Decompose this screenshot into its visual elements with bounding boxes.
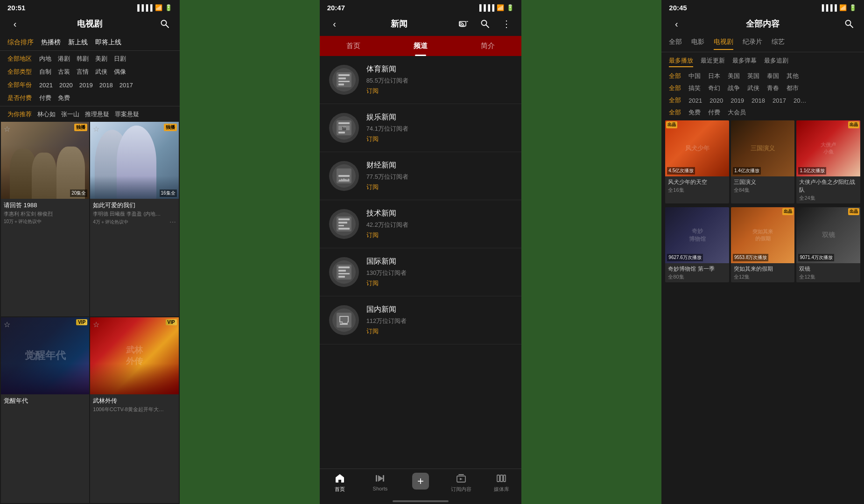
search-button-2[interactable] bbox=[478, 16, 492, 31]
p3-f-g5[interactable]: 都市 bbox=[787, 84, 799, 92]
p3-ftab-2[interactable]: 最多弹幕 bbox=[732, 55, 757, 67]
p3-main-tab-2[interactable]: 电视剧 bbox=[714, 38, 733, 50]
search-button-3[interactable] bbox=[842, 16, 857, 31]
news-sub-btn-5[interactable]: 订阅 bbox=[366, 327, 513, 336]
nav-home[interactable]: 首页 bbox=[320, 473, 360, 493]
f-region-2[interactable]: 韩剧 bbox=[77, 55, 89, 63]
p3-f-all-1[interactable]: 全部 bbox=[669, 84, 681, 92]
news-item-0[interactable]: 体育新闻 85.5万位订阅者 订阅 bbox=[320, 56, 522, 104]
news-sub-btn-2[interactable]: 订阅 bbox=[366, 183, 513, 191]
p3-f-r5[interactable]: 其他 bbox=[787, 72, 799, 80]
p3-f-r1[interactable]: 日本 bbox=[708, 72, 720, 80]
p3-card-daxia[interactable]: 出品 1.1亿次播放 大侠卢小鱼 大侠卢小鱼之夕阳红战队 全24集 bbox=[796, 120, 860, 203]
p3-f-p0[interactable]: 免费 bbox=[688, 108, 701, 117]
p3-f-r2[interactable]: 美国 bbox=[728, 72, 740, 80]
f-year-1[interactable]: 2020 bbox=[59, 82, 73, 89]
news-item-4[interactable]: 国际新闻 130万位订阅者 订阅 bbox=[320, 248, 522, 296]
back-button-2[interactable]: ‹ bbox=[327, 16, 342, 31]
p3-f-y2[interactable]: 2019 bbox=[731, 97, 744, 104]
card-juexing[interactable]: ☆ VIP 觉醒年代 觉醒年代 bbox=[1, 317, 89, 504]
f-type-3[interactable]: 武侠 bbox=[95, 68, 107, 76]
p3-f-g0[interactable]: 搞笑 bbox=[688, 84, 701, 92]
f-region-1[interactable]: 港剧 bbox=[58, 55, 70, 63]
tab-home[interactable]: 首页 bbox=[320, 36, 387, 56]
f-region-4[interactable]: 日剧 bbox=[114, 55, 126, 63]
rec-tag-2[interactable]: 推理悬疑 bbox=[85, 110, 109, 119]
p3-f-g2[interactable]: 战争 bbox=[728, 84, 740, 92]
p3-f-r3[interactable]: 英国 bbox=[747, 72, 759, 80]
tab-channel[interactable]: 频道 bbox=[387, 36, 454, 56]
rec-tag-0[interactable]: 林心如 bbox=[37, 110, 56, 119]
sort-tab-2[interactable]: 新上线 bbox=[68, 38, 88, 47]
news-item-3[interactable]: 技术新闻 42.2万位订阅者 订阅 bbox=[320, 200, 522, 248]
p3-f-g3[interactable]: 武侠 bbox=[747, 84, 759, 92]
cast-icon[interactable] bbox=[456, 16, 471, 31]
p3-main-tab-1[interactable]: 电影 bbox=[691, 38, 704, 50]
f-region-3[interactable]: 美剧 bbox=[95, 55, 107, 63]
p3-card-sanguo[interactable]: 1.4亿次播放 三国演义 三国演义 全84集 bbox=[731, 120, 795, 203]
news-item-1[interactable]: 🎬 娱乐新闻 74.1万位订阅者 订阅 bbox=[320, 104, 522, 152]
p3-ftab-3[interactable]: 最多追剧 bbox=[764, 55, 788, 67]
rec-tag-3[interactable]: 罪案悬疑 bbox=[115, 110, 139, 119]
p3-main-tab-3[interactable]: 纪录片 bbox=[743, 38, 762, 50]
nav-library[interactable]: 媒体库 bbox=[481, 473, 522, 493]
card-1988[interactable]: ☆ 独播 20集全 请回答 1988 李惠利 朴宝剑 柳俊烈 10万＋评论热议中 bbox=[1, 122, 89, 316]
f-year-4[interactable]: 2017 bbox=[119, 82, 133, 89]
p3-main-tab-0[interactable]: 全部 bbox=[669, 38, 682, 50]
search-button-1[interactable] bbox=[157, 16, 172, 31]
sort-tab-3[interactable]: 即将上线 bbox=[95, 38, 121, 47]
p3-f-y3[interactable]: 2018 bbox=[752, 97, 765, 104]
back-button-1[interactable]: ‹ bbox=[7, 16, 22, 31]
card-cute[interactable]: ☆ 独播 16集全 如此可爱的我们 李明德 田曦薇 李盈盈 (内地… 4万＋评论… bbox=[90, 122, 178, 316]
p3-ftab-0[interactable]: 最多播放 bbox=[669, 55, 693, 67]
p3-f-all-0[interactable]: 全部 bbox=[669, 72, 681, 80]
p3-ftab-1[interactable]: 最近更新 bbox=[701, 55, 725, 67]
p3-f-g1[interactable]: 奇幻 bbox=[708, 84, 720, 92]
f-paid-1[interactable]: 免费 bbox=[58, 94, 70, 102]
tab-about[interactable]: 简介 bbox=[454, 36, 521, 56]
p3-f-y5[interactable]: 20… bbox=[794, 97, 806, 104]
p3-card-turan[interactable]: 出品 9553.8万次播放 突如其来的假期 突如其来的假期 全12集 bbox=[731, 207, 795, 282]
p3-f-y4[interactable]: 2017 bbox=[773, 97, 786, 104]
more-button-2[interactable]: ⋮ bbox=[499, 16, 514, 31]
nav-shorts[interactable]: Shorts bbox=[360, 473, 400, 493]
f-year-2[interactable]: 2019 bbox=[79, 82, 93, 89]
f-region-0[interactable]: 内地 bbox=[39, 55, 51, 63]
p3-card-bowu[interactable]: 9627.6万次播放 奇妙博物馆 奇妙博物馆 第一季 全80集 bbox=[665, 207, 729, 282]
p3-f-g4[interactable]: 青春 bbox=[767, 84, 779, 92]
news-sub-btn-3[interactable]: 订阅 bbox=[366, 231, 513, 239]
p3-f-all-3[interactable]: 全部 bbox=[669, 108, 681, 117]
f-year-3[interactable]: 2018 bbox=[99, 82, 113, 89]
p3-f-r0[interactable]: 中国 bbox=[688, 72, 701, 80]
f-type-0[interactable]: 自制 bbox=[39, 68, 51, 76]
card-wulin[interactable]: ☆ VIP 武林外传 武林外传 1006年CCTV-8黄金起开年大… bbox=[90, 317, 178, 504]
card-1988-star[interactable]: ☆ bbox=[4, 125, 10, 133]
sort-tab-0[interactable]: 综合排序 bbox=[7, 38, 34, 47]
rec-tag-1[interactable]: 张一山 bbox=[61, 110, 79, 119]
p3-f-r4[interactable]: 泰国 bbox=[767, 72, 779, 80]
nav-subscriptions[interactable]: 订阅内容 bbox=[441, 473, 481, 493]
p3-f-p2[interactable]: 大会员 bbox=[728, 108, 746, 117]
f-type-4[interactable]: 偶像 bbox=[114, 68, 126, 76]
p3-f-all-2[interactable]: 全部 bbox=[669, 96, 681, 105]
card-cute-more[interactable]: ⋯ bbox=[169, 218, 176, 226]
card-cute-star[interactable]: ☆ bbox=[93, 125, 99, 133]
p3-card-fengkuang[interactable]: 出品 4.5亿次播放 风犬少年 风犬少年的天空 全16集 bbox=[665, 120, 729, 203]
p3-f-y0[interactable]: 2021 bbox=[688, 97, 702, 104]
f-type-2[interactable]: 言情 bbox=[77, 68, 89, 76]
p3-card-shuangjing[interactable]: 出品 9071.4万次播放 双镜 双镜 全12集 bbox=[796, 207, 860, 282]
nav-add[interactable]: + bbox=[400, 473, 441, 493]
p3-main-tab-4[interactable]: 综艺 bbox=[772, 38, 785, 50]
news-sub-btn-1[interactable]: 订阅 bbox=[366, 135, 513, 143]
news-item-5[interactable]: 国内新闻 112万位订阅者 订阅 bbox=[320, 296, 522, 344]
f-year-0[interactable]: 2021 bbox=[39, 82, 53, 89]
back-button-3[interactable]: ‹ bbox=[669, 16, 684, 31]
sort-tab-1[interactable]: 热播榜 bbox=[41, 38, 61, 47]
f-type-1[interactable]: 古装 bbox=[58, 68, 70, 76]
news-item-2[interactable]: 财经新闻 77.5万位订阅者 订阅 bbox=[320, 152, 522, 200]
news-sub-btn-4[interactable]: 订阅 bbox=[366, 279, 513, 287]
p3-f-y1[interactable]: 2020 bbox=[709, 97, 723, 104]
f-paid-0[interactable]: 付费 bbox=[39, 94, 51, 102]
news-sub-btn-0[interactable]: 订阅 bbox=[366, 87, 513, 95]
p3-f-p1[interactable]: 付费 bbox=[708, 108, 720, 117]
